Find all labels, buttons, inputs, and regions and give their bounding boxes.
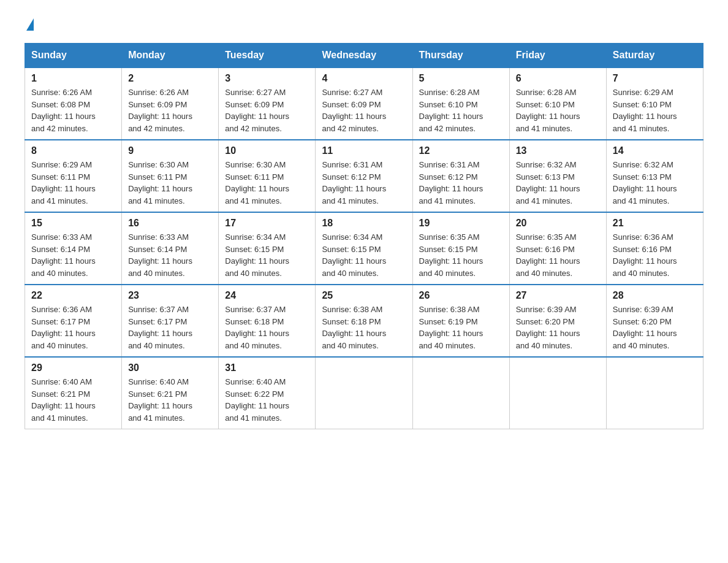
calendar-cell (316, 357, 412, 429)
day-number: 25 (322, 290, 406, 301)
day-number: 19 (419, 218, 503, 229)
calendar-cell: 2 Sunrise: 6:26 AM Sunset: 6:09 PM Dayli… (122, 67, 219, 140)
day-info: Sunrise: 6:36 AM Sunset: 6:17 PM Dayligh… (31, 304, 115, 351)
day-number: 22 (31, 290, 115, 301)
day-info: Sunrise: 6:40 AM Sunset: 6:22 PM Dayligh… (225, 376, 309, 424)
day-number: 8 (31, 145, 115, 156)
calendar-cell (509, 357, 606, 429)
calendar-cell: 28 Sunrise: 6:39 AM Sunset: 6:20 PM Dayl… (606, 285, 703, 357)
column-header-friday: Friday (509, 44, 606, 68)
day-number: 7 (613, 73, 697, 84)
day-number: 5 (419, 73, 503, 84)
day-number: 2 (128, 73, 212, 84)
calendar-cell: 16 Sunrise: 6:33 AM Sunset: 6:14 PM Dayl… (122, 212, 219, 285)
day-info: Sunrise: 6:32 AM Sunset: 6:13 PM Dayligh… (516, 159, 600, 207)
day-info: Sunrise: 6:35 AM Sunset: 6:16 PM Dayligh… (516, 231, 600, 279)
calendar-cell: 22 Sunrise: 6:36 AM Sunset: 6:17 PM Dayl… (25, 285, 122, 357)
day-info: Sunrise: 6:27 AM Sunset: 6:09 PM Dayligh… (322, 86, 406, 134)
day-number: 10 (225, 145, 309, 156)
day-number: 15 (31, 218, 115, 229)
column-header-saturday: Saturday (606, 44, 703, 68)
day-number: 14 (613, 145, 697, 156)
logo-triangle-icon (26, 18, 34, 31)
column-header-tuesday: Tuesday (219, 44, 316, 68)
calendar-cell: 11 Sunrise: 6:31 AM Sunset: 6:12 PM Dayl… (316, 140, 412, 212)
day-info: Sunrise: 6:30 AM Sunset: 6:11 PM Dayligh… (128, 159, 212, 207)
calendar-cell: 19 Sunrise: 6:35 AM Sunset: 6:15 PM Dayl… (412, 212, 509, 285)
column-header-thursday: Thursday (412, 44, 509, 68)
calendar-cell: 8 Sunrise: 6:29 AM Sunset: 6:11 PM Dayli… (25, 140, 122, 212)
day-info: Sunrise: 6:31 AM Sunset: 6:12 PM Dayligh… (322, 159, 406, 207)
calendar-cell: 27 Sunrise: 6:39 AM Sunset: 6:20 PM Dayl… (509, 285, 606, 357)
calendar-cell: 23 Sunrise: 6:37 AM Sunset: 6:17 PM Dayl… (122, 285, 219, 357)
calendar-cell: 29 Sunrise: 6:40 AM Sunset: 6:21 PM Dayl… (25, 357, 122, 429)
day-number: 17 (225, 218, 309, 229)
calendar-cell: 15 Sunrise: 6:33 AM Sunset: 6:14 PM Dayl… (25, 212, 122, 285)
day-info: Sunrise: 6:27 AM Sunset: 6:09 PM Dayligh… (225, 86, 309, 134)
day-number: 1 (31, 73, 115, 84)
calendar-cell: 12 Sunrise: 6:31 AM Sunset: 6:12 PM Dayl… (412, 140, 509, 212)
calendar-cell: 3 Sunrise: 6:27 AM Sunset: 6:09 PM Dayli… (219, 67, 316, 140)
day-info: Sunrise: 6:26 AM Sunset: 6:09 PM Dayligh… (128, 86, 212, 134)
day-number: 3 (225, 73, 309, 84)
day-number: 12 (419, 145, 503, 156)
week-row-1: 1 Sunrise: 6:26 AM Sunset: 6:08 PM Dayli… (25, 67, 703, 140)
calendar-cell: 17 Sunrise: 6:34 AM Sunset: 6:15 PM Dayl… (219, 212, 316, 285)
week-row-5: 29 Sunrise: 6:40 AM Sunset: 6:21 PM Dayl… (25, 357, 703, 429)
day-info: Sunrise: 6:38 AM Sunset: 6:19 PM Dayligh… (419, 304, 503, 351)
day-info: Sunrise: 6:37 AM Sunset: 6:17 PM Dayligh… (128, 304, 212, 351)
calendar-cell: 24 Sunrise: 6:37 AM Sunset: 6:18 PM Dayl… (219, 285, 316, 357)
header-row: SundayMondayTuesdayWednesdayThursdayFrid… (25, 44, 703, 68)
column-header-wednesday: Wednesday (316, 44, 412, 68)
calendar-cell: 1 Sunrise: 6:26 AM Sunset: 6:08 PM Dayli… (25, 67, 122, 140)
calendar-cell: 18 Sunrise: 6:34 AM Sunset: 6:15 PM Dayl… (316, 212, 412, 285)
day-info: Sunrise: 6:28 AM Sunset: 6:10 PM Dayligh… (516, 86, 600, 134)
day-number: 27 (516, 290, 600, 301)
calendar-cell: 9 Sunrise: 6:30 AM Sunset: 6:11 PM Dayli… (122, 140, 219, 212)
day-info: Sunrise: 6:31 AM Sunset: 6:12 PM Dayligh… (419, 159, 503, 207)
calendar-cell: 6 Sunrise: 6:28 AM Sunset: 6:10 PM Dayli… (509, 67, 606, 140)
column-header-sunday: Sunday (25, 44, 122, 68)
day-number: 29 (31, 362, 115, 373)
day-info: Sunrise: 6:40 AM Sunset: 6:21 PM Dayligh… (31, 376, 115, 424)
day-number: 30 (128, 362, 212, 373)
day-info: Sunrise: 6:34 AM Sunset: 6:15 PM Dayligh… (225, 231, 309, 279)
day-info: Sunrise: 6:30 AM Sunset: 6:11 PM Dayligh… (225, 159, 309, 207)
calendar-cell: 30 Sunrise: 6:40 AM Sunset: 6:21 PM Dayl… (122, 357, 219, 429)
day-info: Sunrise: 6:36 AM Sunset: 6:16 PM Dayligh… (613, 231, 697, 279)
calendar-cell: 26 Sunrise: 6:38 AM Sunset: 6:19 PM Dayl… (412, 285, 509, 357)
day-info: Sunrise: 6:34 AM Sunset: 6:15 PM Dayligh… (322, 231, 406, 279)
page-header (25, 18, 703, 31)
day-info: Sunrise: 6:28 AM Sunset: 6:10 PM Dayligh… (419, 86, 503, 134)
day-info: Sunrise: 6:29 AM Sunset: 6:11 PM Dayligh… (31, 159, 115, 207)
calendar-cell: 5 Sunrise: 6:28 AM Sunset: 6:10 PM Dayli… (412, 67, 509, 140)
day-number: 16 (128, 218, 212, 229)
calendar-table: SundayMondayTuesdayWednesdayThursdayFrid… (25, 43, 703, 429)
week-row-4: 22 Sunrise: 6:36 AM Sunset: 6:17 PM Dayl… (25, 285, 703, 357)
day-info: Sunrise: 6:40 AM Sunset: 6:21 PM Dayligh… (128, 376, 212, 424)
calendar-cell (606, 357, 703, 429)
column-header-monday: Monday (122, 44, 219, 68)
calendar-cell: 21 Sunrise: 6:36 AM Sunset: 6:16 PM Dayl… (606, 212, 703, 285)
day-number: 20 (516, 218, 600, 229)
day-info: Sunrise: 6:33 AM Sunset: 6:14 PM Dayligh… (128, 231, 212, 279)
day-info: Sunrise: 6:29 AM Sunset: 6:10 PM Dayligh… (613, 86, 697, 134)
calendar-cell: 14 Sunrise: 6:32 AM Sunset: 6:13 PM Dayl… (606, 140, 703, 212)
day-number: 23 (128, 290, 212, 301)
day-number: 18 (322, 218, 406, 229)
calendar-cell: 7 Sunrise: 6:29 AM Sunset: 6:10 PM Dayli… (606, 67, 703, 140)
day-info: Sunrise: 6:26 AM Sunset: 6:08 PM Dayligh… (31, 86, 115, 134)
day-number: 26 (419, 290, 503, 301)
day-number: 6 (516, 73, 600, 84)
day-number: 4 (322, 73, 406, 84)
calendar-cell: 25 Sunrise: 6:38 AM Sunset: 6:18 PM Dayl… (316, 285, 412, 357)
week-row-3: 15 Sunrise: 6:33 AM Sunset: 6:14 PM Dayl… (25, 212, 703, 285)
day-number: 28 (613, 290, 697, 301)
day-number: 31 (225, 362, 309, 373)
day-number: 13 (516, 145, 600, 156)
week-row-2: 8 Sunrise: 6:29 AM Sunset: 6:11 PM Dayli… (25, 140, 703, 212)
day-info: Sunrise: 6:38 AM Sunset: 6:18 PM Dayligh… (322, 304, 406, 351)
calendar-cell: 4 Sunrise: 6:27 AM Sunset: 6:09 PM Dayli… (316, 67, 412, 140)
day-info: Sunrise: 6:32 AM Sunset: 6:13 PM Dayligh… (613, 159, 697, 207)
calendar-cell: 13 Sunrise: 6:32 AM Sunset: 6:13 PM Dayl… (509, 140, 606, 212)
